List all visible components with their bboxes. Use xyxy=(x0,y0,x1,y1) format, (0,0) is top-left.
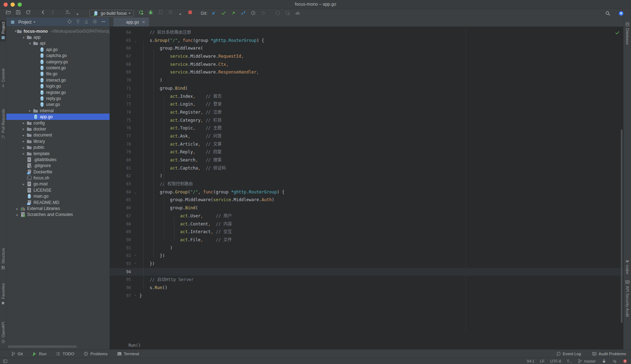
code-line-68[interactable]: 68 service.Middleware.Ctx, xyxy=(110,60,623,69)
code-line-65[interactable]: 65⌄ s.Group("/", func(group *ghttp.Route… xyxy=(110,37,623,45)
code-line-81[interactable]: 81 act.Captcha, // 验证码 xyxy=(110,164,623,172)
toolwindow-bar-terminal[interactable]: Terminal xyxy=(117,351,139,356)
code-line-80[interactable]: 80 act.Search, // 搜索 xyxy=(110,156,623,164)
hexagon-icon[interactable] xyxy=(275,10,281,16)
code-line-83[interactable]: 83 // 权限控制路由 xyxy=(110,180,623,188)
status-utf-8[interactable]: UTF-8 xyxy=(550,359,561,363)
git-commit-icon[interactable] xyxy=(220,10,227,16)
tree-item-docker[interactable]: ▸docker xyxy=(6,126,110,132)
tree-item-register.go[interactable]: register.go xyxy=(6,89,110,95)
tree-item-api.go[interactable]: api.go xyxy=(6,46,110,52)
code-line-78[interactable]: 78 act.Article, // 文章 xyxy=(110,140,623,148)
toolwindow-bar-audit-problems[interactable]: APIAudit Problems xyxy=(592,351,626,356)
tree-item-scratches-and-consoles[interactable]: ▸Scratches and Consoles xyxy=(6,212,110,218)
toolwindow-bar-event-log[interactable]: Event Log xyxy=(556,351,581,356)
code-line-94[interactable]: 94 xyxy=(110,268,623,276)
close-icon[interactable]: ✕ xyxy=(142,20,145,25)
code-line-96[interactable]: 96 s.Run() xyxy=(110,284,623,292)
chevron-down-icon[interactable]: ▾ xyxy=(21,36,26,39)
breadcrumb[interactable]: Run() xyxy=(129,343,141,348)
caret-icon[interactable] xyxy=(74,11,81,18)
code-line-95[interactable]: 95 // 启动Http Server xyxy=(110,276,623,284)
code-line-64[interactable]: 64 // 前台系统路由注册 xyxy=(110,28,623,37)
db-search-icon[interactable] xyxy=(285,10,291,16)
fold-end-icon[interactable]: ⌃ xyxy=(131,252,139,260)
expand-icon[interactable] xyxy=(75,19,81,24)
tree-item-interact.go[interactable]: interact.go xyxy=(6,77,110,83)
search-icon[interactable] xyxy=(605,10,611,17)
code-line-87[interactable]: 87 act.User, // 用户 xyxy=(110,212,623,220)
status-error[interactable] xyxy=(623,359,627,364)
toolwindow-button-api-security-audit[interactable]: APIAPI Security Audit xyxy=(624,280,631,317)
code-line-92[interactable]: 92⌃ }) xyxy=(110,252,623,260)
code-line-72[interactable]: 72 act.Index, // 首页 xyxy=(110,92,623,101)
tree-item-category.go[interactable]: category.go xyxy=(6,59,110,65)
toolwindow-button-make[interactable]: Mmake xyxy=(624,258,631,274)
toolwindow-button-project[interactable]: Project xyxy=(0,20,6,41)
git-fetch-icon[interactable] xyxy=(240,10,246,16)
tree-item-config[interactable]: ▸config xyxy=(6,120,110,126)
coverage-icon[interactable] xyxy=(157,9,164,15)
git-push-icon[interactable] xyxy=(230,10,237,16)
status-t-[interactable]: T... xyxy=(567,359,572,363)
code-line-82[interactable]: 82 ) xyxy=(110,172,623,180)
tree-item-app[interactable]: ▾app xyxy=(6,34,110,40)
chevron-right-icon[interactable]: ▸ xyxy=(15,213,20,217)
toolwindow-bar-git[interactable]: Git xyxy=(11,351,23,356)
toolwindow-button-database[interactable]: Database xyxy=(624,22,631,45)
tree-item-focus-mono[interactable]: ▾focus-mono~/Workspace/Go/GOPATH/src/git… xyxy=(6,28,110,34)
tree-item-reply.go[interactable]: reply.go xyxy=(6,95,110,101)
collapse-icon[interactable] xyxy=(83,19,89,24)
fold-end-icon[interactable]: ⌃ xyxy=(131,260,139,268)
tree-item-main.go[interactable]: main.go xyxy=(6,193,110,199)
code-line-89[interactable]: 89 act.Interact, // 交互 xyxy=(110,228,623,236)
toolwindow-button-openapi[interactable]: OpenAPI xyxy=(0,322,6,344)
debug-icon[interactable] xyxy=(148,9,154,15)
code-line-74[interactable]: 74 act.Register, // 注册 xyxy=(110,108,623,116)
tree-item-user.go[interactable]: user.go xyxy=(6,102,110,108)
tree-item-.gitignore[interactable]: .gitignore xyxy=(6,163,110,169)
status-94-1[interactable]: 94:1 xyxy=(527,359,534,363)
chevron-right-icon[interactable]: ▸ xyxy=(21,133,26,137)
tree-item-dockerfile[interactable]: DDockerfile xyxy=(6,169,110,175)
tree-item-api[interactable]: ▾api xyxy=(6,40,110,46)
toolwindow-bar-problems[interactable]: Problems xyxy=(83,351,108,356)
tree-item-focus.sh[interactable]: focus.sh xyxy=(6,175,110,181)
code-editor[interactable]: 64 // 前台系统路由注册65⌄ s.Group("/", func(grou… xyxy=(110,27,623,341)
chevron-right-icon[interactable]: ▸ xyxy=(27,109,32,113)
tree-item-external-libraries[interactable]: ▸External Libraries xyxy=(6,205,110,211)
chevron-down-icon[interactable]: ▾ xyxy=(27,41,32,45)
git-update-icon[interactable] xyxy=(211,10,217,16)
history-icon[interactable] xyxy=(250,10,256,16)
code-line-97[interactable]: 97⌃} xyxy=(110,292,623,300)
code-line-66[interactable]: 66 group.Middleware( xyxy=(110,44,623,52)
tree-item-library[interactable]: ▸library xyxy=(6,138,110,144)
chevron-down-icon[interactable] xyxy=(33,21,36,23)
rollback-icon[interactable] xyxy=(260,10,266,16)
tree-item-license[interactable]: LICENSE xyxy=(6,187,110,193)
run-configuration-select[interactable]: go build focus xyxy=(89,10,134,17)
tree-item-go.mod[interactable]: ▸go.mod xyxy=(6,181,110,187)
fold-end-icon[interactable]: ⌃ xyxy=(131,292,139,300)
code-line-79[interactable]: 79 act.Reply, // 回复 xyxy=(110,148,623,156)
user-icon[interactable] xyxy=(64,9,71,15)
chevron-right-icon[interactable]: ▸ xyxy=(21,182,26,186)
stop-icon[interactable] xyxy=(187,9,193,15)
minus-icon[interactable] xyxy=(100,19,106,24)
fold-start-icon[interactable]: ⌄ xyxy=(131,189,139,197)
code-line-85[interactable]: 85 group.Middleware(service.Middleware.A… xyxy=(110,196,623,204)
tree-item-file.go[interactable]: file.go xyxy=(6,71,110,77)
toolwindow-bar-run[interactable]: Run xyxy=(32,351,46,356)
toolwindow-button-favorites[interactable]: Favorites xyxy=(0,283,6,305)
tree-item-.gitattributes[interactable]: .gitattributes xyxy=(6,157,110,162)
chevron-right-icon[interactable]: ▸ xyxy=(21,127,26,131)
code-line-67[interactable]: 67 service.Middleware.RequestId, xyxy=(110,52,623,60)
forward-icon[interactable] xyxy=(50,9,56,15)
tree-item-captcha.go[interactable]: captcha.go xyxy=(6,53,110,59)
tree-item-template[interactable]: ▸template xyxy=(6,151,110,157)
code-line-91[interactable]: 91 ) xyxy=(110,244,623,252)
code-line-88[interactable]: 88 act.Content, // 内容 xyxy=(110,220,623,228)
code-line-75[interactable]: 75 act.Category, // 栏目 xyxy=(110,116,623,124)
status-cloud-gear[interactable] xyxy=(612,359,617,364)
project-panel-horizontal-scrollbar[interactable] xyxy=(8,345,77,348)
